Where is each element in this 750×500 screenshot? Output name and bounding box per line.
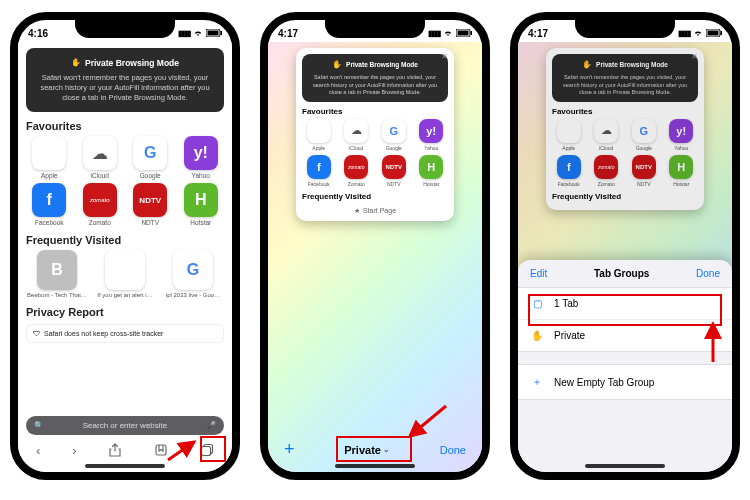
fav-ndtv[interactable]: NDTVNDTV (127, 183, 174, 226)
svg-rect-2 (221, 31, 223, 35)
search-placeholder: Search or enter website (50, 421, 200, 430)
edit-button[interactable]: Edit (530, 268, 547, 279)
home-indicator[interactable] (585, 464, 665, 468)
privacy-report-row[interactable]: 🛡 Safari does not keep cross-site tracke… (26, 324, 224, 343)
safari-toolbar: ‹ › (26, 435, 224, 464)
frequently-visited-grid: BBeebom - Tech That… If you get an alert… (26, 250, 224, 298)
fv-label: ipl 2023 live - Goo… (166, 292, 220, 298)
fav-label: Facebook (558, 181, 580, 187)
phone-3: 4:17 ▮▮▮▮ ✕ ✋Private Browsing Mode Safar… (510, 12, 740, 480)
status-icons: ▮▮▮▮ (678, 29, 722, 38)
fav-apple[interactable]: Apple (26, 136, 73, 179)
tab-group-selector[interactable]: Private ⌄ (344, 444, 390, 456)
fv-item[interactable]: If you get an alert i… (94, 250, 156, 298)
back-button[interactable]: ‹ (32, 441, 44, 460)
banner-title: Private Browsing Mode (346, 61, 418, 69)
fav-label: Facebook (308, 181, 330, 187)
facebook-icon: f (557, 155, 581, 179)
fav-zomato[interactable]: zomatoZomato (77, 183, 124, 226)
forward-button[interactable]: › (68, 441, 80, 460)
row-label: 1 Tab (554, 298, 578, 309)
shield-icon: 🛡 (33, 330, 40, 337)
yahoo-icon: y! (669, 119, 693, 143)
status-icons: ▮▮▮▮ (178, 29, 222, 38)
bookmarks-button[interactable] (150, 441, 172, 460)
svg-rect-8 (471, 31, 473, 35)
home-indicator[interactable] (85, 464, 165, 468)
fav-label: Hotstar (423, 181, 439, 187)
tab-groups-sheet: Edit Tab Groups Done ▢ 1 Tab ✋ Private ✓ (518, 260, 732, 472)
row-label: New Empty Tab Group (554, 377, 654, 388)
svg-rect-5 (202, 447, 211, 456)
done-button[interactable]: Done (440, 444, 466, 456)
fav-label: Google (636, 145, 652, 151)
new-tab-button[interactable]: + (284, 439, 295, 460)
tab-group-label: Private (344, 444, 381, 456)
status-time: 4:17 (278, 28, 298, 39)
svg-rect-1 (208, 31, 219, 36)
notch (75, 20, 175, 38)
hand-icon: ✋ (530, 330, 544, 341)
fav-yahoo[interactable]: y!Yahoo (178, 136, 225, 179)
fav-hotstar[interactable]: HHotstar (178, 183, 225, 226)
status-time: 4:16 (28, 28, 48, 39)
tab-thumbnail[interactable]: ✕ ✋Private Browsing Mode Safari won't re… (296, 48, 454, 221)
site-icon: B (37, 250, 77, 290)
fav-label: Apple (562, 145, 575, 151)
fv-item[interactable]: Gipl 2023 live - Goo… (162, 250, 224, 298)
fav-label: Zomato (598, 181, 615, 187)
svg-rect-10 (708, 31, 719, 36)
fav-label: NDTV (387, 181, 401, 187)
chevron-down-icon: ⌄ (383, 445, 390, 454)
frequently-visited-heading: Frequently Visited (26, 234, 224, 246)
google-icon: G (382, 119, 406, 143)
frequently-visited-heading: Frequently Visited (552, 192, 698, 201)
fav-label: Yahoo (424, 145, 438, 151)
fav-label: iCloud (91, 172, 109, 179)
apple-icon (557, 119, 581, 143)
mic-icon[interactable]: 🎤 (206, 421, 216, 430)
phone-2: 4:17 ▮▮▮▮ ✕ ✋Private Browsing Mode Safar… (260, 12, 490, 480)
tab-group-row-private[interactable]: ✋ Private ✓ (518, 320, 732, 351)
google-icon: G (133, 136, 167, 170)
sheet-list-new: ＋ New Empty Tab Group (518, 364, 732, 400)
search-icon: 🔍 (34, 421, 44, 430)
home-indicator[interactable] (335, 464, 415, 468)
yahoo-icon: y! (419, 119, 443, 143)
tab-group-row-tabs[interactable]: ▢ 1 Tab (518, 288, 732, 320)
fav-label: Hotstar (190, 219, 211, 226)
banner-body: Safari won't remember the pages you visi… (34, 73, 216, 102)
sheet-title: Tab Groups (594, 268, 649, 279)
checkmark-icon: ✓ (712, 330, 720, 341)
star-icon: ★ (354, 207, 360, 215)
apple-icon (105, 250, 145, 290)
address-bar[interactable]: 🔍 Search or enter website 🎤 (26, 416, 224, 435)
fav-google[interactable]: GGoogle (127, 136, 174, 179)
battery-icon (456, 29, 472, 37)
favourites-heading: Favourites (302, 107, 448, 116)
fv-label: Beebom - Tech That… (27, 292, 87, 298)
banner-body: Safari won't remember the pages you visi… (558, 74, 692, 95)
share-button[interactable] (104, 441, 126, 460)
close-icon[interactable]: ✕ (441, 52, 448, 61)
fav-label: NDTV (637, 181, 651, 187)
done-button[interactable]: Done (696, 268, 720, 279)
tabs-icon: ▢ (530, 298, 544, 309)
close-icon[interactable]: ✕ (691, 52, 698, 61)
plus-icon: ＋ (530, 375, 544, 389)
tabs-button[interactable] (196, 441, 218, 460)
tab-thumbnail[interactable]: ✕ ✋Private Browsing Mode Safari won't re… (546, 48, 704, 210)
wifi-icon (193, 29, 203, 37)
row-label: Private (554, 330, 585, 341)
bottom-bar: 🔍 Search or enter website 🎤 ‹ › (18, 416, 232, 464)
hand-icon: ✋ (332, 60, 342, 70)
svg-rect-11 (721, 31, 723, 35)
new-tab-group-row[interactable]: ＋ New Empty Tab Group (518, 365, 732, 399)
fav-icloud[interactable]: ☁iCloud (77, 136, 124, 179)
fv-item[interactable]: BBeebom - Tech That… (26, 250, 88, 298)
fav-facebook[interactable]: fFacebook (26, 183, 73, 226)
tab-switcher-toolbar: + Private ⌄ Done (268, 439, 482, 460)
tab-switcher-view: ✕ ✋Private Browsing Mode Safari won't re… (268, 42, 482, 472)
privacy-report-heading: Privacy Report (26, 306, 224, 318)
signal-icon: ▮▮▮▮ (428, 29, 440, 38)
